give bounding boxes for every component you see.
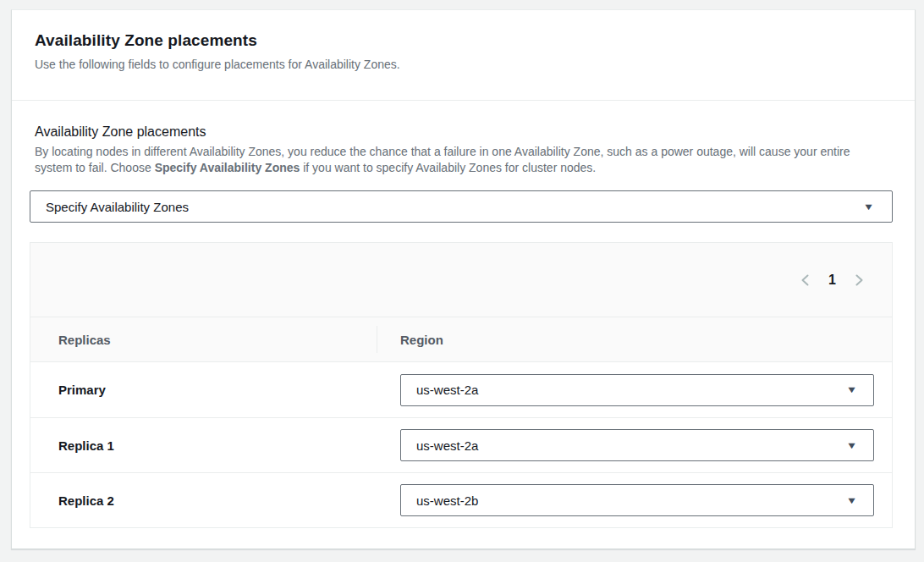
replica-label: Primary <box>30 383 377 397</box>
az-mode-select[interactable]: Specify Availability Zones ▼ <box>30 190 893 223</box>
region-select-replica-2[interactable]: us-west-2b ▼ <box>400 484 874 516</box>
chevron-left-icon <box>800 273 811 287</box>
caret-down-icon: ▼ <box>846 441 858 450</box>
region-select-value: us-west-2b <box>416 493 478 508</box>
column-header-region: Region <box>377 333 443 347</box>
column-header-replicas: Replicas <box>30 333 377 347</box>
replica-label: Replica 1 <box>30 438 377 453</box>
panel-body: Availability Zone placements By locating… <box>12 101 915 551</box>
az-placements-description: By locating nodes in different Availabil… <box>35 144 889 176</box>
region-cell: us-west-2a ▼ <box>377 374 874 406</box>
table-row-primary: Primary us-west-2a ▼ <box>30 362 892 417</box>
panel-subtitle: Use the following fields to configure pl… <box>35 57 892 72</box>
region-cell: us-west-2a ▼ <box>377 429 874 461</box>
caret-down-icon: ▼ <box>863 202 875 212</box>
table-row-replica-2: Replica 2 us-west-2b ▼ <box>30 472 892 527</box>
region-select-primary[interactable]: us-west-2a ▼ <box>400 374 874 406</box>
caret-down-icon: ▼ <box>846 385 858 394</box>
region-select-replica-1[interactable]: us-west-2a ▼ <box>400 429 874 461</box>
next-page-button[interactable] <box>854 273 865 287</box>
region-cell: us-west-2b ▼ <box>377 484 874 516</box>
table-row-replica-1: Replica 1 us-west-2a ▼ <box>30 417 892 472</box>
region-select-value: us-west-2a <box>416 438 478 453</box>
previous-page-button[interactable] <box>800 273 811 287</box>
replica-label: Replica 2 <box>30 493 377 508</box>
table-header-row: Replicas Region <box>30 317 892 362</box>
page-number-1[interactable]: 1 <box>828 273 836 288</box>
panel-title: Availability Zone placements <box>35 30 892 51</box>
description-bold-text: Specify Availability Zones <box>155 161 300 174</box>
pagination: 1 <box>800 273 865 288</box>
az-placements-field-label: Availability Zone placements <box>35 124 891 140</box>
az-mode-select-value: Specify Availability Zones <box>46 200 189 214</box>
az-placements-table-card: 1 Replicas Region Primary us-west <box>30 242 893 528</box>
region-select-value: us-west-2a <box>416 383 478 397</box>
caret-down-icon: ▼ <box>846 496 858 505</box>
description-text-end: if you want to specify Availabily Zones … <box>300 161 596 174</box>
availability-zone-placements-panel: Availability Zone placements Use the fol… <box>11 9 916 549</box>
chevron-right-icon <box>854 273 865 287</box>
table-toolbar: 1 <box>30 243 892 317</box>
panel-header: Availability Zone placements Use the fol… <box>12 10 915 100</box>
